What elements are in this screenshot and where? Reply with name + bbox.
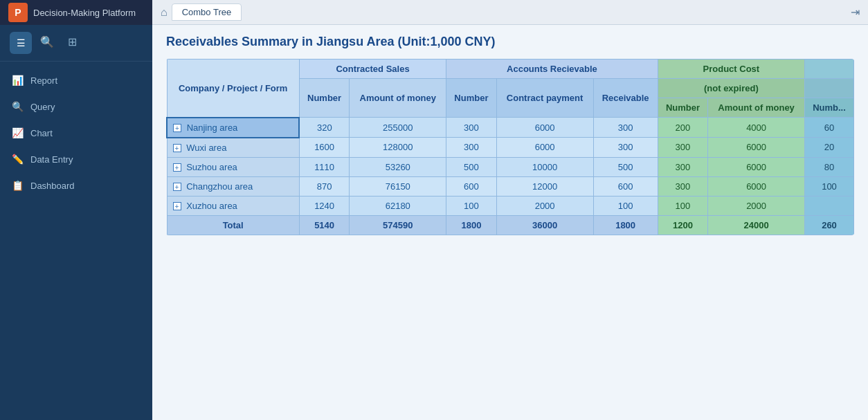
area-label-suzhou: Suzhou area xyxy=(186,162,237,172)
table-total-row: Total 5140 574590 1800 36000 1800 1200 2… xyxy=(167,215,854,235)
cell-wuxi-ar-receivable: 300 xyxy=(593,138,658,158)
area-cell-xuzhou[interactable]: + Xuzhou area xyxy=(167,196,299,215)
total-label: Total xyxy=(167,215,299,235)
table-row[interactable]: + Changzhou area 870 76150 600 12000 600… xyxy=(167,176,854,196)
cell-suzhou-ar-contract: 10000 xyxy=(496,157,593,176)
table-row[interactable]: + Nanjing area 320 255000 300 6000 300 2… xyxy=(167,118,854,138)
cell-suzhou-cs-num: 1110 xyxy=(299,157,350,176)
col-header-numb: Numb... xyxy=(805,98,854,118)
cell-nanjing-ar-receivable: 300 xyxy=(593,118,658,138)
sidebar-header: P Decision-Making Platform xyxy=(0,0,152,25)
data-table-wrapper: Company / Project / Form Contracted Sale… xyxy=(166,59,854,235)
cell-xuzhou-ar-receivable: 100 xyxy=(593,196,658,215)
cell-nanjing-ar-num: 300 xyxy=(446,118,497,138)
sidebar-item-data-entry[interactable]: ✏️ Data Entry xyxy=(0,146,152,172)
sidebar: P Decision-Making Platform ☰ 🔍 ⊞ 📊 Repor… xyxy=(0,0,152,420)
col-header-pc-notexpired: (not expired) xyxy=(658,79,804,98)
col-header-ar-contract: Contract payment xyxy=(496,79,593,118)
cell-xuzhou-ar-num: 100 xyxy=(446,196,497,215)
table-row[interactable]: + Xuzhou area 1240 62180 100 2000 100 10… xyxy=(167,196,854,215)
sidebar-item-report-label: Report xyxy=(30,75,57,86)
cell-wuxi-ar-contract: 6000 xyxy=(496,138,593,158)
total-ar-receivable: 1800 xyxy=(593,215,658,235)
cell-xuzhou-ar-contract: 2000 xyxy=(496,196,593,215)
cell-nanjing-cs-amt: 255000 xyxy=(350,118,446,138)
data-entry-icon: ✏️ xyxy=(11,153,24,165)
col-header-pc-amount: Amount of money xyxy=(708,98,805,118)
sidebar-item-dashboard-label: Dashboard xyxy=(30,181,75,191)
table-row[interactable]: + Suzhou area 1110 53260 500 10000 500 3… xyxy=(167,157,854,176)
sidebar-item-chart[interactable]: 📈 Chart xyxy=(0,120,152,146)
search-icon[interactable]: 🔍 xyxy=(37,32,57,51)
receivables-table: Company / Project / Form Contracted Sale… xyxy=(166,59,854,235)
cell-changzhou-cs-num: 870 xyxy=(299,176,350,196)
col-header-overflow xyxy=(805,60,854,79)
cell-wuxi-pc-amt: 6000 xyxy=(708,138,805,158)
cell-changzhou-pc-amt: 6000 xyxy=(708,176,805,196)
total-overflow: 260 xyxy=(805,215,854,235)
cell-wuxi-cs-amt: 128000 xyxy=(350,138,446,158)
cell-xuzhou-overflow xyxy=(805,196,854,215)
cell-changzhou-pc-num: 300 xyxy=(658,176,708,196)
query-icon: 🔍 xyxy=(11,100,24,113)
menu-button[interactable]: ☰ xyxy=(10,32,32,54)
expand-icon[interactable]: ⇥ xyxy=(851,6,860,19)
cell-suzhou-pc-amt: 6000 xyxy=(708,157,805,176)
cell-suzhou-pc-num: 300 xyxy=(658,157,708,176)
total-pc-num: 1200 xyxy=(658,215,708,235)
topbar: ⌂ Combo Tree ⇥ xyxy=(152,0,868,25)
filter-icon[interactable]: ⊞ xyxy=(62,32,82,51)
total-cs-num: 5140 xyxy=(299,215,350,235)
table-row[interactable]: + Wuxi area 1600 128000 300 6000 300 300… xyxy=(167,138,854,158)
cell-nanjing-overflow: 60 xyxy=(805,118,854,138)
area-label-xuzhou: Xuzhou area xyxy=(186,201,237,211)
cell-changzhou-ar-receivable: 600 xyxy=(593,176,658,196)
cell-nanjing-cs-num: 320 xyxy=(299,118,350,138)
sidebar-toolbar: ☰ 🔍 ⊞ xyxy=(0,25,152,62)
total-cs-amt: 574590 xyxy=(350,215,446,235)
app-logo: P xyxy=(8,3,28,22)
dashboard-icon: 📋 xyxy=(11,179,24,192)
area-cell-wuxi[interactable]: + Wuxi area xyxy=(167,138,299,158)
sidebar-item-report[interactable]: 📊 Report xyxy=(0,67,152,93)
total-pc-amt: 24000 xyxy=(708,215,805,235)
cell-changzhou-overflow: 100 xyxy=(805,176,854,196)
col-header-ar-number: Number xyxy=(446,79,497,118)
expand-suzhou-icon[interactable]: + xyxy=(173,163,181,172)
home-button[interactable]: ⌂ xyxy=(161,6,168,19)
page-title: Receivables Summary in Jiangsu Area (Uni… xyxy=(166,35,854,49)
sidebar-item-query-label: Query xyxy=(30,102,55,112)
area-label-changzhou: Changzhou area xyxy=(186,181,253,192)
cell-suzhou-cs-amt: 53260 xyxy=(350,157,446,176)
expand-nanjing-icon[interactable]: + xyxy=(173,124,181,132)
sidebar-item-data-entry-label: Data Entry xyxy=(30,154,73,165)
sidebar-item-query[interactable]: 🔍 Query xyxy=(0,93,152,120)
col-header-pc-overflow-sub xyxy=(805,79,854,98)
expand-wuxi-icon[interactable]: + xyxy=(173,144,181,152)
sidebar-item-dashboard[interactable]: 📋 Dashboard xyxy=(0,172,152,199)
area-cell-suzhou[interactable]: + Suzhou area xyxy=(167,157,299,176)
sidebar-item-chart-label: Chart xyxy=(30,128,53,138)
total-ar-num: 1800 xyxy=(446,215,497,235)
main-area: ⌂ Combo Tree ⇥ Receivables Summary in Ji… xyxy=(152,0,868,420)
cell-wuxi-overflow: 20 xyxy=(805,138,854,158)
combo-tree-tab[interactable]: Combo Tree xyxy=(172,3,242,21)
area-cell-changzhou[interactable]: + Changzhou area xyxy=(167,176,299,196)
col-header-product-cost: Product Cost xyxy=(658,60,804,79)
col-header-accounts-receivable: Accounts Recievable xyxy=(446,60,658,79)
col-header-company: Company / Project / Form xyxy=(167,60,299,118)
expand-xuzhou-icon[interactable]: + xyxy=(173,202,181,210)
expand-changzhou-icon[interactable]: + xyxy=(173,183,181,191)
cell-xuzhou-pc-num: 100 xyxy=(658,196,708,215)
area-cell-nanjing[interactable]: + Nanjing area xyxy=(167,118,299,138)
total-ar-contract: 36000 xyxy=(496,215,593,235)
chart-icon: 📈 xyxy=(11,127,24,139)
cell-wuxi-cs-num: 1600 xyxy=(299,138,350,158)
sidebar-nav: 📊 Report 🔍 Query 📈 Chart ✏️ Data Entry 📋… xyxy=(0,62,152,420)
area-label-nanjing: Nanjing area xyxy=(187,122,238,133)
report-icon: 📊 xyxy=(11,74,24,86)
cell-xuzhou-pc-amt: 2000 xyxy=(708,196,805,215)
cell-suzhou-overflow: 80 xyxy=(805,157,854,176)
col-header-cs-number: Number xyxy=(299,79,350,118)
col-header-ar-receivable: Receivable xyxy=(593,79,658,118)
